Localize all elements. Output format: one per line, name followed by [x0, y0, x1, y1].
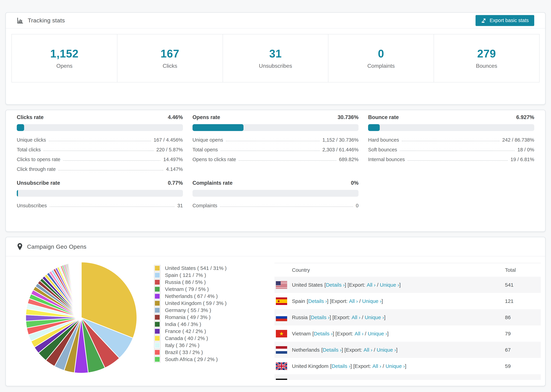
rate-detail-label: Total opens [192, 147, 218, 153]
export-basic-stats-button[interactable]: Export basic stats [475, 15, 534, 26]
legend-swatch-icon [154, 314, 161, 321]
details-link[interactable]: Details › [323, 347, 342, 353]
export-unique-link[interactable]: Unique › [368, 331, 387, 336]
legend-label: South Africa ( 29 / 2% ) [165, 357, 218, 362]
rate-detail-value: 14.497% [163, 157, 183, 162]
dotted-leader [220, 206, 353, 207]
dotted-leader [239, 160, 336, 161]
legend-item: South Africa ( 29 / 2% ) [154, 356, 275, 363]
rate-value: 0.77% [168, 180, 183, 186]
dotted-leader [221, 151, 320, 151]
rate-detail-value: 220 / 5.87% [156, 147, 183, 153]
rate-detail-row: Unsubscribes 31 [17, 199, 183, 209]
export-icon [481, 18, 487, 23]
details-link[interactable]: Details › [311, 315, 330, 320]
rate-value: 6.927% [516, 114, 534, 120]
slash-text: / [372, 347, 377, 353]
export-all-link[interactable]: All › [367, 282, 376, 288]
bracket-text: [ [325, 282, 326, 288]
dotted-leader [43, 151, 154, 151]
stat-label: Complaints [367, 63, 395, 69]
country-total: 59 [505, 358, 541, 374]
country-total: 67 [505, 342, 541, 358]
export-unique-link[interactable]: Unique › [365, 315, 384, 320]
rate-detail-label: Clicks to opens rate [17, 157, 60, 162]
export-all-link[interactable]: All › [364, 347, 373, 353]
legend-swatch-icon [154, 328, 161, 335]
legend-item: Spain ( 121 / 7% ) [154, 272, 275, 279]
legend-swatch-icon [154, 286, 161, 293]
stat-card-unsubscribes: 31 Unsubscribes [223, 34, 329, 83]
rate-detail-label: Unique opens [192, 137, 223, 143]
legend-swatch-icon [154, 265, 161, 271]
rate-detail-label: Internal bounces [368, 157, 405, 162]
geo-table-body: United States[Details ›] [Export: All › … [275, 277, 541, 380]
rate-value: 30.736% [338, 114, 359, 120]
country-name: Russia [292, 315, 308, 320]
campaign-geo-opens-card: Campaign Geo Opens United States ( 541 /… [6, 237, 545, 386]
legend-item: India ( 46 / 3% ) [154, 321, 275, 328]
export-all-link[interactable]: All › [354, 331, 363, 336]
export-prefix-text: ] [Export: [345, 282, 367, 288]
legend-swatch-icon [154, 293, 161, 300]
dotted-leader [400, 151, 515, 151]
legend-swatch-icon [154, 300, 161, 307]
legend-label: Canada ( 40 / 2% ) [165, 335, 208, 341]
legend-item: Russia ( 86 / 5% ) [154, 279, 275, 286]
country-name: Netherlands [292, 347, 320, 353]
ru-flag-icon [276, 314, 287, 321]
export-all-link[interactable]: All › [352, 315, 360, 320]
details-link[interactable]: Details › [326, 282, 345, 288]
slash-text: / [358, 298, 362, 304]
stat-card-clicks: 167 Clicks [117, 34, 223, 83]
bracket-text: [ [321, 347, 323, 353]
rate-title: Bounce rate [368, 114, 399, 120]
tracking-stats-title: Tracking stats [28, 17, 65, 24]
de-flag-icon [276, 379, 287, 380]
rate-detail-label: Total clicks [17, 147, 41, 153]
rate-title: Complaints rate [192, 180, 233, 186]
rate-detail-row: Total clicks 220 / 5.87% [17, 143, 183, 153]
stat-value: 167 [161, 47, 179, 60]
rate-detail-row: Clicks to opens rate 14.497% [17, 153, 183, 162]
country-name: Spain [292, 298, 305, 304]
rate-title: Clicks rate [17, 114, 44, 120]
nl-flag-icon [276, 346, 287, 354]
legend-swatch-icon [154, 307, 161, 314]
rate-detail-row: Unique opens 1,152 / 30.736% [192, 133, 359, 143]
export-unique-link[interactable]: Unique › [386, 363, 405, 369]
rate-progress-bar [192, 124, 359, 131]
rate-detail-row: Complaints 0 [192, 199, 359, 209]
rate-block: Complaints rate 0% Complaints 0 [192, 180, 359, 209]
legend-label: Romania ( 49 / 3% ) [165, 314, 211, 320]
export-unique-link[interactable]: Unique › [377, 347, 396, 353]
legend-swatch-icon [154, 272, 161, 279]
rate-detail-label: Unsubscribes [17, 203, 47, 209]
dotted-leader [58, 170, 163, 170]
stat-label: Unsubscribes [259, 63, 292, 69]
bracket-text: [ [330, 363, 332, 369]
details-link[interactable]: Details › [332, 363, 350, 369]
export-prefix-text: ] [Export: [342, 347, 363, 353]
rate-detail-label: Soft bounces [368, 147, 397, 153]
bracket-text: [ [309, 315, 311, 320]
slash-text: / [363, 331, 368, 336]
export-unique-link[interactable]: Unique › [380, 282, 399, 288]
rate-detail-row: Soft bounces 18 / 0% [368, 143, 534, 153]
export-all-link[interactable]: All › [349, 298, 358, 304]
legend-item: Italy ( 36 / 2% ) [154, 342, 275, 349]
rate-detail-value: 19 / 6.81% [510, 157, 534, 162]
details-link[interactable]: Details › [308, 298, 327, 304]
geo-body: United States ( 541 / 31% ) Spain ( 121 … [6, 256, 545, 386]
export-all-link[interactable]: All › [372, 363, 381, 369]
country-table-row [275, 374, 541, 380]
legend-swatch-icon [154, 349, 161, 356]
export-unique-link[interactable]: Unique › [362, 298, 381, 304]
details-link[interactable]: Details › [314, 331, 333, 336]
country-table-row: United Kingdom[Details ›] [Export: All ›… [275, 358, 541, 374]
country-table-row: Spain[Details ›] [Export: All › / Unique… [275, 293, 541, 309]
legend-item: United States ( 541 / 31% ) [154, 265, 275, 272]
rate-progress-bar [368, 124, 534, 131]
rate-detail-value: 18 / 0% [517, 147, 534, 153]
slash-text: / [381, 363, 386, 369]
